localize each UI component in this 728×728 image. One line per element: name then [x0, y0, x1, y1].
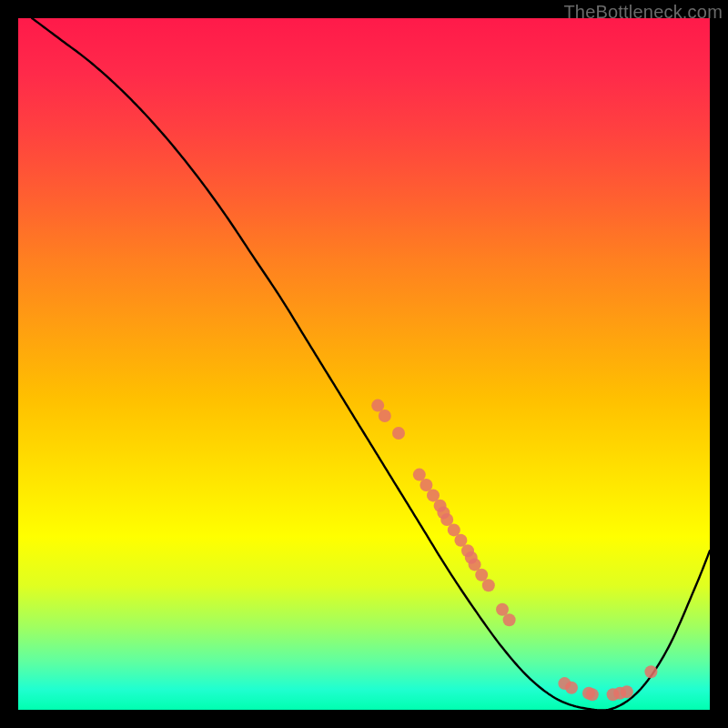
data-point	[586, 688, 599, 701]
data-point	[371, 399, 384, 412]
highlight-points	[371, 399, 657, 702]
data-point	[496, 603, 509, 616]
data-point	[427, 489, 440, 501]
data-point	[482, 579, 495, 592]
data-point	[475, 569, 488, 581]
plot-area	[18, 18, 710, 710]
data-point	[503, 613, 516, 626]
data-point	[469, 558, 481, 571]
bottleneck-curve	[32, 18, 710, 710]
data-point	[454, 534, 467, 547]
data-point	[621, 685, 633, 698]
data-point	[379, 410, 391, 422]
chart-svg	[18, 18, 710, 710]
data-point	[440, 513, 453, 526]
data-point	[392, 427, 405, 440]
data-point	[448, 523, 460, 536]
chart-container: TheBottleneck.com	[0, 0, 728, 728]
data-point	[420, 479, 432, 491]
data-point	[565, 682, 578, 694]
data-point	[644, 665, 657, 678]
data-point	[413, 469, 426, 481]
